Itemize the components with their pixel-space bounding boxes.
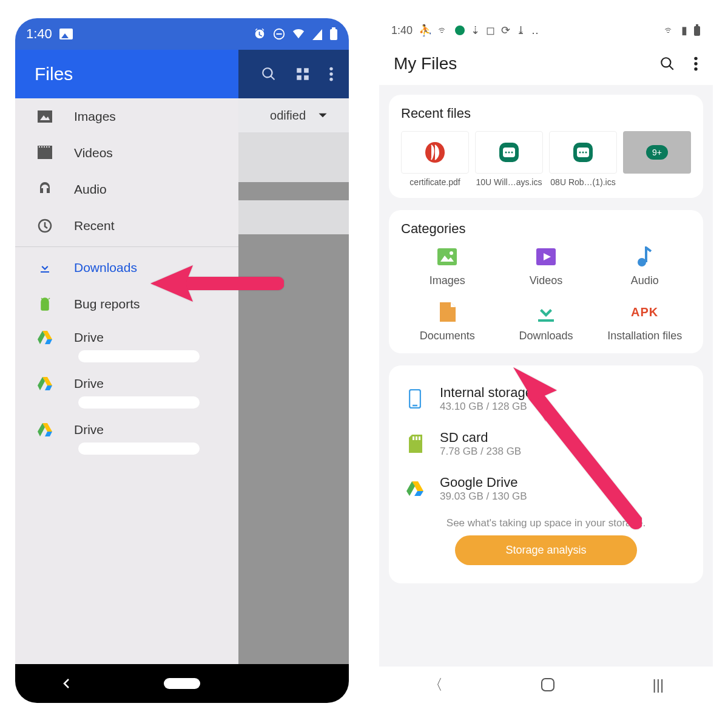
wifi-icon: ᯤ — [664, 24, 675, 37]
storage-gdrive[interactable]: Google Drive39.03 GB / 130 GB — [401, 466, 691, 511]
svg-marker-60 — [414, 491, 423, 496]
redacted-text — [78, 396, 200, 409]
images-icon — [437, 246, 457, 267]
drawer-item-audio[interactable]: Audio — [15, 171, 238, 208]
gdrive-icon — [37, 422, 53, 438]
svg-point-50 — [450, 251, 453, 255]
redacted-text — [78, 443, 200, 455]
card-title: Recent files — [401, 106, 691, 121]
svg-rect-19 — [49, 146, 50, 148]
svg-point-40 — [505, 152, 507, 154]
android-nav-bar: 〈 ||| — [379, 667, 713, 703]
category-audio[interactable]: Audio — [598, 246, 691, 287]
drawer-item-drive[interactable]: Drive — [15, 415, 238, 445]
storage-hint: See what's taking up space in your stora… — [401, 517, 691, 529]
svg-rect-11 — [38, 110, 52, 123]
android-files-screenshot: 1:40 odified 3d723045.png NG image — [15, 18, 349, 703]
drawer-item-drive[interactable]: Drive — [15, 322, 238, 353]
category-apk[interactable]: APK Installation files — [598, 302, 691, 342]
recent-file-item[interactable]: 10U Will…ays.ics — [475, 131, 543, 187]
home-icon[interactable] — [541, 678, 554, 691]
svg-rect-56 — [413, 436, 414, 440]
alarm-icon — [253, 27, 266, 41]
downloads-icon — [536, 302, 556, 322]
svg-point-10 — [329, 78, 332, 81]
svg-marker-28 — [45, 432, 52, 436]
status-indicator-icon: ‥ — [531, 24, 539, 37]
svg-point-41 — [508, 152, 510, 154]
back-icon[interactable]: 〈 — [428, 675, 443, 694]
category-videos[interactable]: Videos — [500, 246, 593, 287]
drawer-item-downloads[interactable]: Downloads — [15, 249, 238, 286]
storage-sd[interactable]: SD card7.78 GB / 238 GB — [401, 421, 691, 466]
storage-internal[interactable]: Internal storage43.10 GB / 128 GB — [401, 376, 691, 421]
android-icon — [37, 296, 53, 312]
svg-point-35 — [694, 57, 697, 60]
svg-point-36 — [694, 62, 697, 65]
svg-point-8 — [329, 67, 332, 70]
svg-marker-25 — [45, 385, 52, 390]
svg-rect-6 — [297, 75, 302, 80]
recent-file-item[interactable]: certificate.pdf — [401, 131, 469, 187]
category-downloads[interactable]: Downloads — [500, 302, 593, 342]
svg-rect-13 — [38, 148, 52, 159]
sort-label: odified — [270, 109, 306, 123]
svg-point-9 — [329, 72, 332, 75]
recent-icon — [37, 218, 53, 234]
app-header: My Files — [379, 42, 713, 85]
audio-icon — [635, 246, 655, 267]
cell-signal-icon: ▮ — [681, 24, 687, 37]
more-icon[interactable] — [693, 56, 698, 72]
gdrive-icon — [37, 376, 53, 392]
android-nav-bar — [15, 664, 349, 703]
drawer-item-bug-reports[interactable]: Bug reports — [15, 286, 238, 322]
recent-file-item[interactable]: 08U Rob…(1).ics — [549, 131, 617, 187]
calendar-icon — [475, 131, 543, 174]
storage-analysis-button[interactable]: Storage analysis — [455, 535, 637, 565]
svg-point-33 — [661, 58, 670, 67]
status-indicator-icon: ᯤ — [438, 24, 449, 37]
grid-view-icon[interactable] — [295, 66, 311, 82]
card-title: Categories — [401, 221, 691, 237]
app-title: My Files — [394, 54, 457, 73]
svg-point-46 — [582, 152, 584, 154]
dnd-icon — [272, 27, 286, 41]
gdrive-icon — [405, 481, 425, 496]
category-images[interactable]: Images — [401, 246, 494, 287]
wifi-icon — [292, 28, 305, 40]
status-indicator-icon: ⤓ — [516, 24, 525, 37]
status-indicator-icon: ⟳ — [501, 24, 510, 37]
recent-files-card: Recent files certificate.pdf 10U Will…ay… — [389, 95, 703, 198]
search-icon[interactable] — [659, 56, 675, 72]
recents-icon[interactable]: ||| — [652, 676, 664, 693]
drawer-item-videos[interactable]: Videos — [15, 135, 238, 171]
status-indicator-icon: ◻ — [486, 24, 495, 37]
svg-line-34 — [669, 66, 673, 70]
back-icon[interactable] — [61, 677, 73, 690]
svg-rect-15 — [39, 146, 40, 148]
recent-file-more[interactable]: 9+ — [623, 131, 691, 187]
status-indicator-icon — [455, 25, 465, 35]
picture-indicator-icon — [59, 29, 73, 39]
svg-point-47 — [585, 152, 587, 154]
cell-signal-icon — [311, 28, 323, 40]
more-files-icon: 9+ — [623, 131, 691, 174]
drawer-item-recent[interactable]: Recent — [15, 208, 238, 244]
drawer-item-drive[interactable]: Drive — [15, 368, 238, 399]
calendar-icon — [549, 131, 617, 174]
apk-icon: APK — [635, 302, 655, 322]
more-icon[interactable] — [329, 66, 334, 82]
svg-rect-3 — [332, 27, 335, 30]
home-pill[interactable] — [164, 678, 200, 689]
gdrive-icon — [37, 330, 53, 345]
svg-rect-2 — [330, 29, 337, 40]
category-documents[interactable]: Documents — [401, 302, 494, 342]
svg-marker-22 — [45, 339, 52, 344]
storage-card: Internal storage43.10 GB / 128 GB SD car… — [389, 365, 703, 583]
svg-rect-18 — [46, 146, 47, 148]
search-icon[interactable] — [261, 66, 277, 82]
drawer-title: Files — [15, 50, 238, 98]
drawer-item-images[interactable]: Images — [15, 98, 238, 135]
svg-rect-32 — [696, 24, 698, 26]
svg-rect-17 — [44, 146, 45, 148]
